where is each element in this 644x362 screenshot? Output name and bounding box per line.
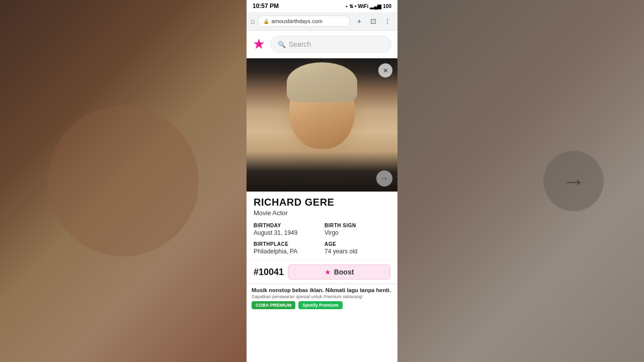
background-right: → xyxy=(397,0,644,362)
rank-number: #10041 xyxy=(254,267,284,278)
background-arrow-circle: → xyxy=(543,151,604,211)
browser-chrome: ⌂ 🔒 amousbirthdays.com + ⊡ ⋮ xyxy=(247,12,397,31)
close-photo-button[interactable]: ✕ xyxy=(378,63,392,77)
next-photo-button[interactable]: → xyxy=(376,170,392,187)
celebrity-name: RICHARD GERE xyxy=(254,197,390,208)
dot-icon: • xyxy=(355,4,357,9)
url-text: amousbirthdays.com xyxy=(271,18,323,24)
age-value: 74 years old xyxy=(325,248,390,255)
info-grid: BIRTHDAY August 31, 1949 BIRTH SIGN Virg… xyxy=(254,223,390,255)
battery-icon: 100 xyxy=(383,4,391,9)
ad-premium-button[interactable]: COBA PREMIUM xyxy=(252,301,295,309)
browser-actions: + ⊡ ⋮ xyxy=(353,15,393,27)
sync-icon: ⇅ xyxy=(349,4,353,9)
birthday-item: BIRTHDAY August 31, 1949 xyxy=(254,223,319,236)
home-icon[interactable]: ⌂ xyxy=(251,17,255,25)
search-area: ★ 🔍 Search xyxy=(247,31,397,58)
ad-sub-text: Dapatkan penawaran spesial untuk Premium… xyxy=(252,294,392,299)
ad-main-text: Musik nonstop bebas iklan. Nikmati lagu … xyxy=(252,287,392,293)
lock-icon: 🔒 xyxy=(263,19,269,24)
ad-spotify-button[interactable]: Spotify Premium xyxy=(298,301,343,309)
boost-star-icon: ★ xyxy=(325,268,331,276)
notification-icon: ▪ xyxy=(346,4,348,9)
celebrity-info: RICHARD GERE Movie Actor BIRTHDAY August… xyxy=(247,192,397,260)
site-logo: ★ xyxy=(253,37,265,51)
status-icons: ▪ ⇅ • WiFi ▂▄▆ 100 xyxy=(346,4,391,9)
birthsign-label: BIRTH SIGN xyxy=(325,223,390,228)
celebrity-profession: Movie Actor xyxy=(254,209,390,217)
url-bar[interactable]: 🔒 amousbirthdays.com xyxy=(258,16,350,27)
tabs-button[interactable]: ⊡ xyxy=(367,15,379,27)
birthplace-label: BIRTHPLACE xyxy=(254,241,319,247)
status-bar: 10:57 PM ▪ ⇅ • WiFi ▂▄▆ 100 xyxy=(247,0,397,12)
background-left xyxy=(0,0,247,362)
age-item: AGE 74 years old xyxy=(325,241,390,255)
celebrity-photo-container: ✕ → xyxy=(247,58,397,192)
menu-button[interactable]: ⋮ xyxy=(381,15,393,27)
birthday-value: August 31, 1949 xyxy=(254,229,319,236)
birthplace-item: BIRTHPLACE Philadelphia, PA xyxy=(254,241,319,255)
boost-label: Boost xyxy=(334,268,354,276)
search-bar[interactable]: 🔍 Search xyxy=(270,36,391,53)
celebrity-photo xyxy=(247,58,397,192)
ad-buttons: COBA PREMIUM Spotify Premium xyxy=(252,301,392,309)
age-label: AGE xyxy=(325,241,390,247)
ad-banner: Musik nonstop bebas iklan. Nikmati lagu … xyxy=(247,284,397,312)
birthplace-value: Philadelphia, PA xyxy=(254,248,319,255)
signal-icon: ▂▄▆ xyxy=(370,4,381,9)
add-tab-button[interactable]: + xyxy=(353,15,365,27)
phone-frame: 10:57 PM ▪ ⇅ • WiFi ▂▄▆ 100 ⌂ 🔒 amousbir… xyxy=(247,0,397,362)
page-content: ★ 🔍 Search ✕ → RICHARD GERE Movie Actor … xyxy=(247,31,397,362)
birthday-label: BIRTHDAY xyxy=(254,223,319,228)
wifi-icon: WiFi xyxy=(358,4,368,9)
birthsign-item: BIRTH SIGN Virgo xyxy=(325,223,390,236)
search-placeholder: Search xyxy=(289,40,311,48)
boost-button[interactable]: ★ Boost xyxy=(288,264,390,280)
search-icon: 🔍 xyxy=(278,41,286,48)
status-time: 10:57 PM xyxy=(253,3,279,10)
celebrity-section: ✕ → RICHARD GERE Movie Actor BIRTHDAY Au… xyxy=(247,58,397,362)
birthsign-value: Virgo xyxy=(325,229,390,236)
ranking-section: #10041 ★ Boost xyxy=(247,260,397,284)
